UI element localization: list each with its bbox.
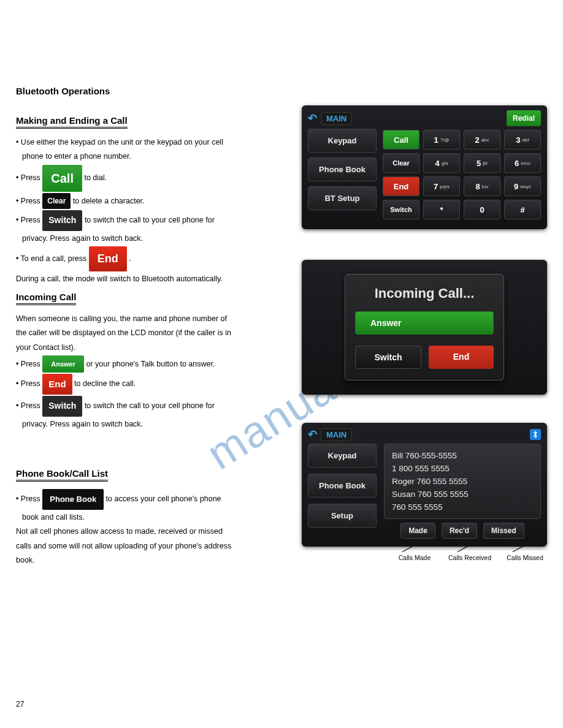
sidebar-bt-setup[interactable]: BT Setup [308,186,377,210]
tab-recd[interactable]: Rec'd [442,523,477,539]
sidebar-setup[interactable]: Setup [308,504,377,528]
key-*[interactable]: * [423,200,460,219]
phonebook-entry[interactable]: 760 555 5555 [392,501,533,514]
keypad-screenshot: ↶ MAIN Redial KeypadPhone BookBT Setup C… [302,105,547,229]
back-icon[interactable]: ↶ [308,112,317,125]
phonebook-entry[interactable]: Susan 760 555 5555 [392,488,533,501]
key-#[interactable]: # [504,200,541,219]
key-end[interactable]: End [383,176,419,196]
main-button[interactable]: MAIN [321,112,352,125]
key-switch[interactable]: Switch [383,200,419,219]
phonebook-body: • Press Phone Book to access your cell p… [16,489,286,567]
call-labels: Calls Made Calls Received Calls Missed [302,552,547,561]
main-button[interactable]: MAIN [321,428,352,441]
answer-button[interactable]: Answer [355,311,494,335]
key-8[interactable]: 8tuv [464,176,500,196]
redial-button[interactable]: Redial [507,110,541,126]
incoming-screenshot: Incoming Call... Answer Switch End [302,260,547,395]
sidebar-phone-book[interactable]: Phone Book [308,474,377,498]
phonebook-entry[interactable]: Roger 760 555 5555 [392,475,533,488]
page-number: 27 [16,700,24,708]
incoming-call-body: When someone is calling you, the name an… [16,313,286,431]
key-6[interactable]: 6mno [504,153,541,173]
switch-button-inline-2: Switch [42,396,82,417]
end-button-inline: End [89,246,127,271]
switch-button[interactable]: Switch [355,346,421,369]
key-9[interactable]: 9wxyz [504,176,541,196]
key-5[interactable]: 5jkl [464,153,500,173]
incoming-call-header: Incoming Call [16,292,76,305]
incoming-title: Incoming Call... [355,286,494,301]
page-title: Bluetooth Operations [16,86,110,96]
end-button[interactable]: End [429,346,494,369]
key-4[interactable]: 4ghi [423,153,460,173]
key-2[interactable]: 2abc [464,130,500,150]
key-3[interactable]: 3def [504,130,541,150]
sidebar-keypad[interactable]: Keypad [308,129,377,153]
call-button-inline: Call [42,165,82,192]
key-call[interactable]: Call [383,130,419,150]
sidebar-keypad[interactable]: Keypad [308,444,377,468]
key-1[interactable]: 1?!@ [423,130,460,150]
answer-button-inline: Answer [42,355,84,373]
key-7[interactable]: 7pqrs [423,176,460,196]
phonebook-button-inline: Phone Book [42,489,104,510]
bluetooth-icon [530,429,541,440]
key-0[interactable]: 0 [464,200,500,219]
tab-missed[interactable]: Missed [483,523,524,539]
phonebook-entry[interactable]: 1 800 555 5555 [392,462,533,475]
switch-button-inline: Switch [42,210,82,231]
tab-made[interactable]: Made [400,523,435,539]
end-button-inline-2: End [42,374,72,395]
sidebar-phone-book[interactable]: Phone Book [308,157,377,181]
key-clear[interactable]: Clear [383,153,419,173]
phonebook-header: Phone Book/Call List [16,468,108,482]
making-call-body: • Use either the keypad on the unit or t… [16,136,286,286]
incoming-panel: Incoming Call... Answer Switch End [345,274,504,381]
back-icon[interactable]: ↶ [308,428,317,441]
phonebook-screenshot: ↶ MAIN KeypadPhone BookSetup Bill 760-55… [302,423,547,547]
making-call-header: Making and Ending a Call [16,115,128,129]
phonebook-entry[interactable]: Bill 760-555-5555 [392,449,533,462]
clear-button-inline: Clear [42,193,71,209]
